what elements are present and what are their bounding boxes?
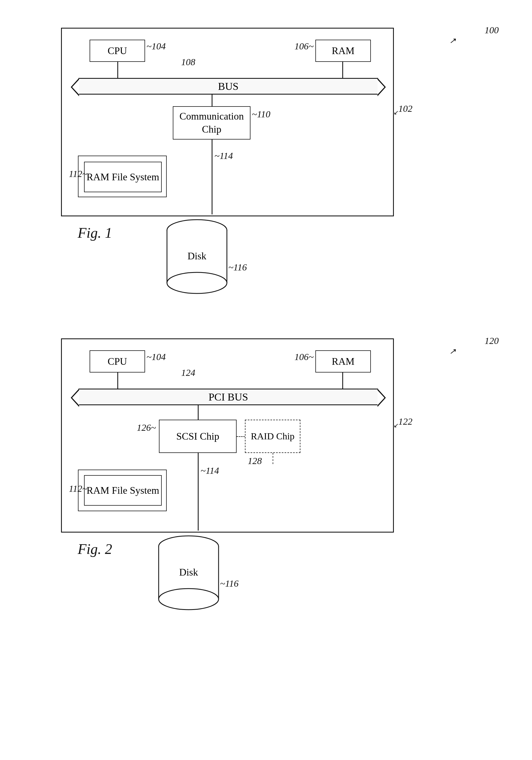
figure2-section: 120 ↗ 122 ↙ CPU ~104 RAM 106~ 124	[33, 338, 499, 641]
fig2-bus-wrapper: PCI BUS	[78, 389, 378, 405]
fig2-raid-chip-ref: 128	[248, 456, 262, 466]
fig2-bus-ref: 124	[181, 367, 195, 378]
fig1-cpu-ref: ~104	[146, 41, 166, 52]
fig1-bus-arrow-left-inner	[72, 79, 79, 95]
fig1-bus-shape: BUS	[78, 78, 378, 95]
fig1-ram-ref: 106~	[295, 41, 314, 52]
svg-point-10	[159, 589, 218, 610]
fig1-outer-ref: 100	[485, 25, 499, 35]
fig2-bus-label: PCI BUS	[209, 391, 248, 403]
fig2-cpu-ref: ~104	[146, 352, 166, 362]
fig1-cpu-line	[117, 62, 118, 78]
fig2-scsi-raid-line	[237, 436, 245, 437]
fig2-inner-ref-arrow: ↙	[394, 422, 399, 429]
fig1-cpu-label: CPU	[108, 45, 127, 57]
fig2-cpu-label: CPU	[108, 356, 127, 367]
fig1-comm-chip-box: Communication Chip	[173, 106, 251, 139]
fig2-bus-shape: PCI BUS	[78, 389, 378, 405]
page: 100 ↗ 102 ↙ CPU ~104 RAM 106~ 108	[0, 0, 532, 760]
fig2-ram-line	[342, 372, 343, 389]
svg-text:Disk: Disk	[187, 251, 206, 261]
fig2-ram-fs-ref: 112~	[69, 484, 87, 494]
fig2-diagram-box: 122 ↙ CPU ~104 RAM 106~ 124	[61, 338, 394, 533]
fig2-outer-arrow: ↗	[449, 347, 456, 356]
fig1-diagram-box: 102 ↙ CPU ~104 RAM 106~ 108	[61, 28, 394, 216]
fig1-disk-ref: ~116	[228, 262, 247, 273]
fig2-raid-dashed-down	[273, 453, 273, 464]
fig2-scsi-chip-ref: 126~	[137, 422, 156, 433]
fig1-comm-chip-label: Communication Chip	[173, 110, 250, 136]
fig1-ram-fs-ref: 112~	[69, 168, 87, 179]
fig2-ram-label: RAM	[332, 356, 355, 367]
fig1-inner-ref-arrow: ↙	[394, 109, 399, 116]
fig1-bus-to-chip-line	[212, 95, 213, 106]
fig2-raid-chip-label: RAID Chip	[251, 430, 295, 443]
fig1-chip-down-line	[212, 139, 213, 214]
fig1-ram-box: RAM	[315, 40, 371, 62]
fig2-bus-arrow-left-inner	[72, 390, 79, 405]
fig1-bus-wrapper: BUS	[78, 78, 378, 95]
fig2-label-area: Fig. 2 Disk ~116	[61, 535, 499, 641]
fig1-bus-label: BUS	[218, 80, 239, 92]
fig2-cpu-box: CPU	[90, 350, 145, 372]
fig1-line-ref: ~114	[215, 151, 233, 161]
figure1-section: 100 ↗ 102 ↙ CPU ~104 RAM 106~ 108	[33, 28, 499, 316]
fig2-inner-ref: 122	[398, 416, 412, 427]
fig2-bus-to-scsi-line	[198, 405, 199, 420]
fig1-ram-fs-outer	[78, 156, 167, 197]
fig2-cpu-line	[117, 372, 118, 389]
fig2-line-ref: ~114	[201, 465, 219, 476]
fig1-outer-arrow: ↗	[449, 36, 456, 45]
fig2-ram-box: RAM	[315, 350, 371, 372]
fig1-ram-label: RAM	[332, 45, 355, 57]
fig1-disk-svg: Disk	[167, 219, 227, 302]
fig1-disk-container: Disk ~116	[167, 219, 227, 302]
fig2-ram-ref: 106~	[295, 352, 314, 362]
fig1-bus-arrow-right-inner	[377, 79, 384, 95]
fig2-label: Fig. 2	[78, 541, 112, 557]
fig2-disk-container: Disk ~116	[158, 535, 219, 619]
fig1-ram-line	[342, 62, 343, 78]
fig2-scsi-down-line	[198, 453, 199, 531]
fig2-scsi-chip-box: SCSI Chip	[159, 420, 237, 453]
fig2-bus-arrow-right-inner	[377, 390, 384, 405]
fig2-disk-ref: ~116	[220, 578, 239, 589]
fig1-label-area: Fig. 1 Disk ~116	[61, 219, 499, 316]
svg-point-4	[167, 272, 227, 294]
fig1-inner-ref: 102	[398, 104, 412, 114]
fig2-raid-chip-box: RAID Chip	[245, 420, 300, 453]
fig2-disk-svg: Disk	[158, 535, 219, 619]
fig1-comm-chip-ref: ~110	[252, 109, 270, 119]
svg-text:Disk: Disk	[179, 567, 198, 578]
fig1-label: Fig. 1	[78, 225, 112, 241]
fig1-cpu-box: CPU	[90, 40, 145, 62]
fig2-ram-fs-outer	[78, 470, 167, 511]
fig1-bus-ref: 108	[181, 57, 195, 68]
fig2-outer-ref: 120	[485, 336, 499, 346]
fig2-scsi-chip-label: SCSI Chip	[176, 430, 219, 443]
